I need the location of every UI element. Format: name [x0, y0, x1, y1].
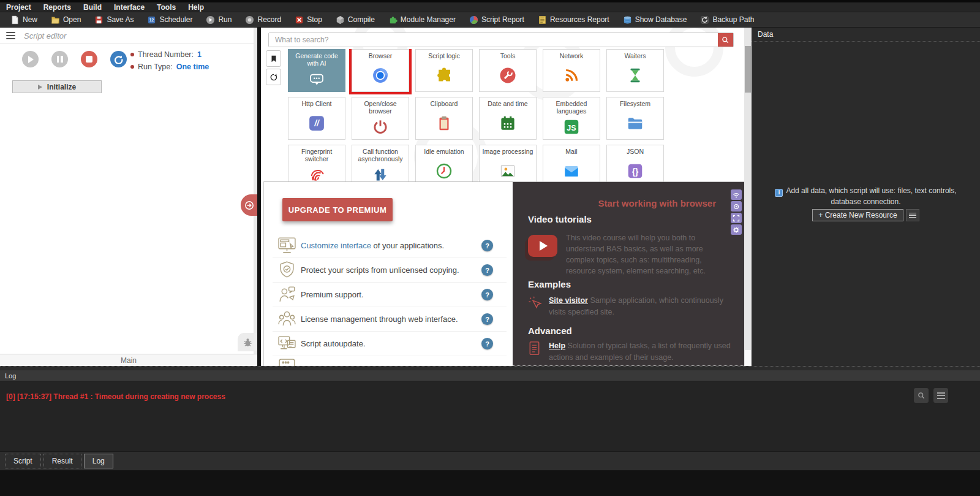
tile-mail[interactable]: Mail	[543, 145, 600, 181]
upgrade-premium-button[interactable]: UPGRADE TO PREMIUM	[282, 198, 393, 221]
toolbar-button-run[interactable]: Run	[199, 12, 238, 27]
toolbar-button-script-report[interactable]: Script Report	[462, 12, 531, 27]
action-picker-panel: Generate code with AIBrowserScript logic…	[261, 28, 744, 366]
thread-number-value[interactable]: 1	[197, 48, 202, 61]
tile-idle-emulation[interactable]: Idle emulation	[415, 145, 473, 181]
scrollbar-thumb[interactable]	[745, 46, 751, 93]
tile-date-and-time[interactable]: Date and time	[479, 97, 537, 140]
help-document-icon	[526, 340, 543, 357]
help-icon[interactable]: ?	[481, 313, 493, 325]
tile-label: JSON	[607, 145, 663, 155]
play-button[interactable]	[22, 51, 39, 67]
toolbar-button-scheduler[interactable]: 12Scheduler	[140, 12, 199, 27]
menu-icon[interactable]	[6, 32, 15, 39]
history-button[interactable]	[266, 69, 281, 85]
help-icon[interactable]: ?	[481, 264, 493, 276]
search-button[interactable]	[718, 33, 733, 47]
record-mode-button[interactable]	[731, 201, 742, 212]
toolbar-button-open[interactable]: Open	[44, 12, 88, 27]
tile-waiters[interactable]: Waiters	[606, 49, 664, 92]
tile-clipboard[interactable]: Clipboard	[415, 97, 473, 140]
tab-script[interactable]: Script	[5, 454, 41, 468]
toolbar-button-new[interactable]: New	[4, 12, 44, 27]
history-icon	[270, 73, 278, 82]
debug-button[interactable]	[238, 333, 257, 351]
stop-icon	[295, 15, 304, 25]
tile-call-function-asynchronously[interactable]: Call function asynchronously	[352, 145, 409, 181]
wrench-icon	[480, 59, 536, 91]
toolbar-button-backup-path[interactable]: Backup Path	[693, 12, 761, 27]
pause-button[interactable]	[51, 51, 68, 67]
hamburger-icon	[937, 392, 945, 399]
tab-log[interactable]: Log	[84, 454, 113, 468]
toolbar-button-record[interactable]: Record	[238, 12, 288, 27]
resource-menu-button[interactable]	[906, 209, 919, 221]
help-link[interactable]: Help	[549, 341, 565, 350]
tile-fingerprint-switcher[interactable]: Fingerprint switcher	[288, 145, 345, 181]
site-visitor-link[interactable]: Site visitor	[549, 296, 588, 305]
tile-json[interactable]: JSON{}	[606, 145, 664, 181]
help-icon[interactable]: ?	[481, 338, 493, 349]
tile-filesystem[interactable]: Filesystem	[606, 97, 664, 140]
panel-resize-handle[interactable]	[0, 366, 980, 370]
module-manager-icon	[388, 15, 398, 25]
log-menu-button[interactable]	[933, 388, 948, 403]
feature-text: Customize interface of your applications…	[301, 241, 481, 250]
toolbar-button-module-manager[interactable]: Module Manager	[382, 12, 462, 27]
run-icon	[206, 15, 215, 25]
youtube-play-icon[interactable]	[528, 235, 557, 257]
premium-promo: UPGRADE TO PREMIUM Customize interface o…	[264, 182, 513, 366]
log-search-button[interactable]	[914, 388, 929, 403]
toolbar-button-stop[interactable]: Stop	[288, 12, 329, 27]
function-tab-main[interactable]: Main	[0, 354, 257, 366]
expand-icon	[733, 215, 740, 222]
open-folder-icon	[51, 15, 60, 25]
thread-number-label: Thread Number:	[138, 48, 194, 61]
menu-item-help[interactable]: Help	[188, 3, 204, 12]
tile-tools[interactable]: Tools	[479, 49, 537, 92]
menu-item-tools[interactable]: Tools	[157, 3, 176, 12]
svg-text:JS: JS	[567, 124, 576, 132]
menu-item-interface[interactable]: Interface	[114, 3, 145, 12]
tile-network[interactable]: Network	[543, 49, 600, 92]
toolbar-button-compile[interactable]: Compile	[329, 12, 382, 27]
restart-button[interactable]	[110, 51, 127, 67]
menu-item-project[interactable]: Project	[6, 3, 31, 12]
collapse-panel-button[interactable]	[241, 194, 257, 216]
bottom-tab-bar: ScriptResultLog	[0, 452, 980, 470]
connection-button[interactable]	[731, 189, 742, 200]
menu-item-build[interactable]: Build	[83, 3, 102, 12]
tile-embedded-languages[interactable]: Embedded languagesJS	[543, 97, 600, 140]
tile-label: Fingerprint switcher	[288, 145, 345, 162]
tile-label: Image processing	[480, 145, 536, 155]
tab-result[interactable]: Result	[43, 454, 81, 468]
search-icon	[722, 36, 729, 44]
scheduler-icon: 12	[147, 15, 156, 25]
fullscreen-button[interactable]	[731, 213, 742, 223]
tile-open-close-browser[interactable]: Open/close browser	[352, 97, 409, 140]
tile-label: Tools	[480, 50, 536, 59]
tile-generate-code-with-ai[interactable]: Generate code with AI	[288, 49, 345, 92]
browser-icon	[352, 59, 409, 91]
stop-button[interactable]	[81, 51, 97, 67]
menu-item-reports[interactable]: Reports	[43, 3, 71, 12]
log-entry-index[interactable]: [0]	[6, 392, 15, 401]
search-input[interactable]	[269, 33, 718, 47]
create-new-resource-button[interactable]: + Create New Resource	[812, 209, 903, 221]
initialize-button[interactable]: Initialize	[12, 80, 102, 93]
run-type-value[interactable]: One time	[176, 61, 209, 73]
toolbar-button-save-as[interactable]: Save As	[88, 12, 140, 27]
help-icon[interactable]: ?	[481, 289, 493, 300]
tile-http-client[interactable]: Http Client//	[288, 97, 345, 140]
bullet-icon	[130, 53, 134, 56]
toolbar-button-resources-report[interactable]: Resources Report	[531, 12, 616, 27]
tile-browser[interactable]: Browser	[352, 49, 409, 92]
settings-button[interactable]	[731, 224, 742, 235]
tile-script-logic[interactable]: Script logic	[415, 49, 473, 92]
tile-image-processing[interactable]: Image processing	[479, 145, 537, 181]
autoupdate-icon	[273, 334, 301, 354]
toolbar-button-show-database[interactable]: Show Database	[616, 12, 694, 27]
bookmarks-button[interactable]	[266, 50, 281, 67]
help-icon[interactable]: ?	[481, 240, 493, 251]
vertical-scrollbar[interactable]	[744, 28, 752, 366]
